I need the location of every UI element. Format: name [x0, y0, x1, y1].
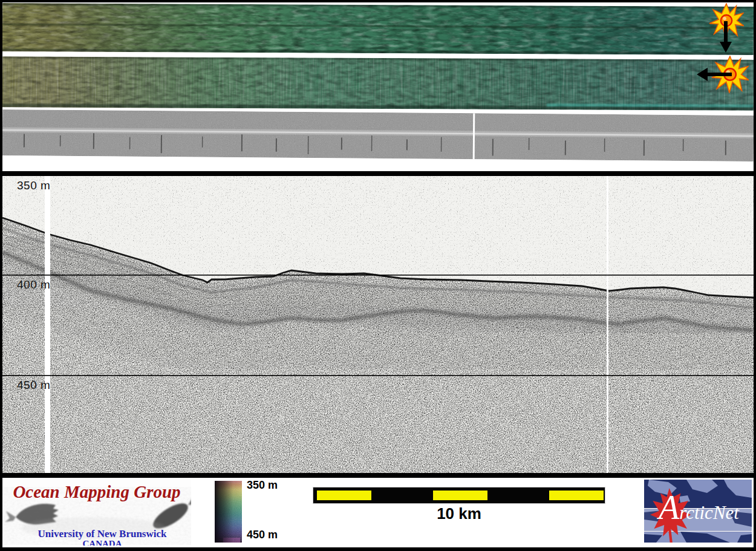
colorbar-label-bottom: 450 m — [247, 529, 278, 541]
scale-bar-segment — [433, 491, 487, 500]
bathymetry-swath-shaded — [2, 3, 754, 55]
sidescan-strip — [2, 109, 754, 161]
scale-bar-segment — [317, 491, 371, 500]
arcticnet-logo: ArcticNet — [644, 480, 752, 543]
arcticnet-initial: A — [659, 489, 679, 526]
gridline-400m — [2, 275, 754, 276]
depth-label-350: 350 m — [17, 179, 50, 192]
bathymetry-swath-sunilluminated — [2, 56, 754, 110]
depth-colorbar — [215, 481, 242, 543]
arcticnet-rest: rcticNet — [679, 502, 739, 523]
gridline-450m — [2, 375, 754, 376]
swath-panel — [2, 2, 754, 171]
figure-canvas: 350 m 400 m 450 m — [0, 0, 756, 551]
omg-logo: Ocean Mapping Group University of New Br… — [2, 480, 191, 546]
omg-title: Ocean Mapping Group — [2, 482, 191, 502]
vertical-gridline-left — [45, 176, 50, 473]
seismic-section — [2, 176, 754, 473]
footer-strip: Ocean Mapping Group University of New Br… — [2, 478, 754, 547]
omg-country: CANADA — [15, 539, 190, 546]
scale-bar-segment — [549, 491, 604, 500]
scale-bar — [313, 487, 605, 503]
arcticnet-wordmark: ArcticNet — [659, 488, 739, 527]
depth-label-450: 450 m — [17, 379, 50, 392]
vertical-gridline-right — [607, 176, 608, 473]
colorbar-shading — [215, 481, 242, 543]
omg-university: University of New Brunswick — [15, 528, 190, 540]
left-arrow-icon — [696, 67, 732, 82]
depth-label-400: 400 m — [17, 278, 50, 292]
down-arrow-icon — [719, 21, 732, 54]
scale-bar-label: 10 km — [313, 504, 605, 523]
subbottom-profile-panel: 350 m 400 m 450 m — [2, 176, 754, 473]
colorbar-label-top: 350 m — [247, 479, 278, 492]
